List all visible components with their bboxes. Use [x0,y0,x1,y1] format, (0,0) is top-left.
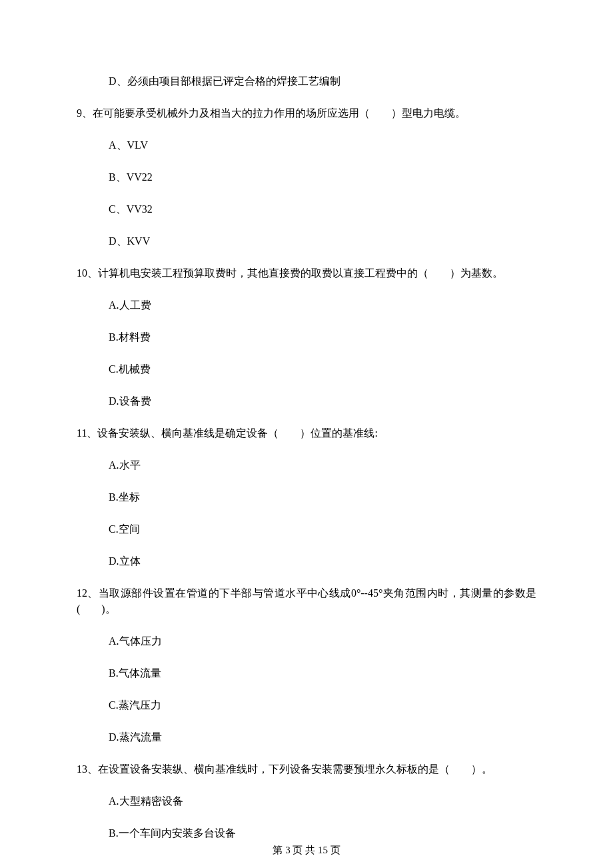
question-text: 10、计算机电安装工程预算取费时，其他直接费的取费以直接工程费中的（ ）为基数。 [77,267,503,279]
option-text: C.机械费 [109,363,151,375]
option-text: D、KVV [109,235,150,247]
option-text: C.蒸汽压力 [109,699,161,711]
option-a-q11: A.水平 [109,457,536,473]
question-text: 9、在可能要承受机械外力及相当大的拉力作用的场所应选用（ ）型电力电缆。 [77,107,466,119]
question-12: 12、当取源部件设置在管道的下半部与管道水平中心线成0°--45°夹角范围内时，… [77,585,536,617]
option-text: D.设备费 [109,395,151,407]
option-d-q9: D、KVV [109,233,536,249]
option-text: B.一个车间内安装多台设备 [109,827,236,839]
option-c-q9: C、VV32 [109,201,536,217]
option-text: B.坐标 [109,491,140,503]
question-13: 13、在设置设备安装纵、横向基准线时，下列设备安装需要预埋永久标板的是（ ）。 [77,761,536,777]
option-c-q10: C.机械费 [109,361,536,377]
option-text: B.材料费 [109,331,151,343]
option-a-q13: A.大型精密设备 [109,793,536,809]
option-b-q12: B.气体流量 [109,665,536,681]
option-d-q8: D、必须由项目部根据已评定合格的焊接工艺编制 [109,73,536,89]
option-text: A、VLV [109,139,148,151]
option-d-q12: D.蒸汽流量 [109,729,536,745]
question-11: 11、设备安装纵、横向基准线是确定设备（ ）位置的基准线: [77,425,536,441]
question-10: 10、计算机电安装工程预算取费时，其他直接费的取费以直接工程费中的（ ）为基数。 [77,265,536,281]
option-text: B.气体流量 [109,667,161,679]
option-a-q9: A、VLV [109,137,536,153]
option-b-q9: B、VV22 [109,169,536,185]
option-d-q11: D.立体 [109,553,536,569]
option-text: C.空间 [109,523,140,535]
option-text: D.立体 [109,555,141,567]
option-b-q13: B.一个车间内安装多台设备 [109,825,536,841]
option-a-q12: A.气体压力 [109,633,536,649]
option-text: A.大型精密设备 [109,795,183,807]
option-d-q10: D.设备费 [109,393,536,409]
option-text: D、必须由项目部根据已评定合格的焊接工艺编制 [109,75,340,87]
question-text: 13、在设置设备安装纵、横向基准线时，下列设备安装需要预埋永久标板的是（ ）。 [77,763,492,775]
option-c-q11: C.空间 [109,521,536,537]
option-b-q11: B.坐标 [109,489,536,505]
option-text: A.人工费 [109,299,151,311]
question-text: 11、设备安装纵、横向基准线是确定设备（ ）位置的基准线: [77,427,378,439]
option-text: B、VV22 [109,171,153,183]
option-text: A.气体压力 [109,635,162,647]
option-b-q10: B.材料费 [109,329,536,345]
page-number: 第 3 页 共 15 页 [273,845,340,855]
option-a-q10: A.人工费 [109,297,536,313]
option-text: A.水平 [109,459,141,471]
option-c-q12: C.蒸汽压力 [109,697,536,713]
question-text: 12、当取源部件设置在管道的下半部与管道水平中心线成0°--45°夹角范围内时，… [77,587,536,615]
page-footer: 第 3 页 共 15 页 [0,843,613,858]
question-9: 9、在可能要承受机械外力及相当大的拉力作用的场所应选用（ ）型电力电缆。 [77,105,536,121]
option-text: D.蒸汽流量 [109,731,162,743]
option-text: C、VV32 [109,203,153,215]
